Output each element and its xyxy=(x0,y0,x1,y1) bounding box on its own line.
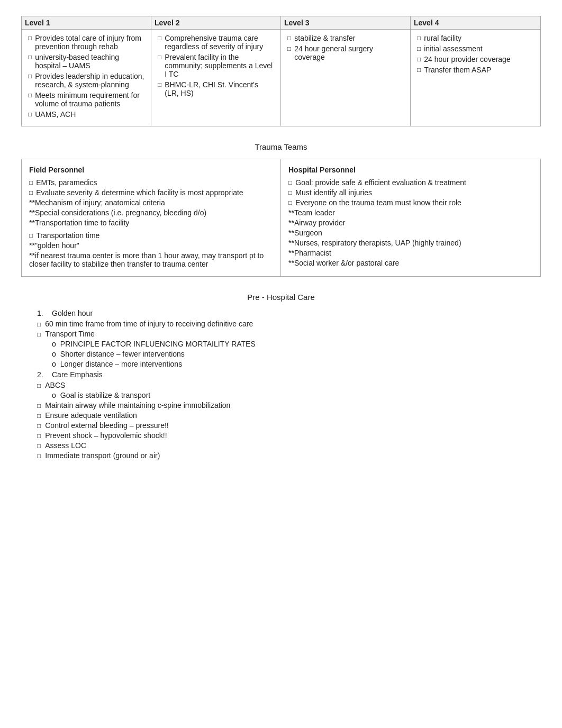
list-item: □ Comprehensive trauma care regardless o… xyxy=(158,34,274,51)
level3-col: Level 3 □ stabilize & transfer □ 24 hour… xyxy=(281,16,411,126)
prehospital-title: Pre - Hospital Care xyxy=(21,293,541,302)
golden-hour-label: Golden hour xyxy=(52,309,93,317)
level1-header: Level 1 xyxy=(22,16,151,30)
list-item: □ Ensure adequate ventilation xyxy=(21,411,541,420)
level2-header: Level 2 xyxy=(151,16,280,30)
sub-o-item2: Shorter distance – fewer interventions xyxy=(21,350,541,358)
level2-list: □ Comprehensive trauma care regardless o… xyxy=(158,34,274,97)
hospital-item3: Everyone on the trauma team must know th… xyxy=(295,198,461,207)
list-item: □ Must identify all injuries xyxy=(288,188,533,197)
field-note3: **Transportation time to facility xyxy=(29,219,273,227)
bullet-icon: □ xyxy=(28,34,32,42)
care-sub3: Ensure adequate ventilation xyxy=(45,411,137,420)
level1-item2: university-based teaching hospital – UAM… xyxy=(35,53,144,70)
list-item: □ UAMS, ACH xyxy=(28,110,144,119)
levels-table: Level 1 □ Provides total care of injury … xyxy=(21,16,541,126)
care-sub2: Maintain airway while maintaining c-spin… xyxy=(45,401,230,410)
care-sub1: ABCS xyxy=(45,381,65,389)
care-sub6: Assess LOC xyxy=(45,441,86,450)
bullet-icon: □ xyxy=(287,45,291,52)
field-note4: **"golden hour" xyxy=(29,241,273,250)
list-item: □ Assess LOC xyxy=(21,441,541,450)
care-emphasis-label: Care Emphasis xyxy=(52,370,103,379)
bullet-icon: □ xyxy=(29,232,33,239)
hospital-personnel-header: Hospital Personnel xyxy=(288,166,533,174)
bullet-icon: □ xyxy=(37,412,41,420)
list-item: □ Prevalent facility in the community; s… xyxy=(158,53,274,78)
list-item: □ Immediate transport (ground or air) xyxy=(21,451,541,460)
list-item: □ Evaluate severity & determine which fa… xyxy=(29,188,273,197)
level4-item3: 24 hour provider coverage xyxy=(424,55,510,63)
list-item: □ Transportation time xyxy=(29,231,273,240)
level1-list: □ Provides total care of injury from pre… xyxy=(28,34,144,119)
care-sub7: Immediate transport (ground or air) xyxy=(45,451,160,460)
level1-item5: UAMS, ACH xyxy=(35,110,76,119)
bullet-icon: □ xyxy=(417,45,421,52)
list-item: □ BHMC-LR, CHI St. Vincent's (LR, HS) xyxy=(158,80,274,97)
hospital-note5: **Pharmacist xyxy=(288,249,533,257)
bullet-icon: □ xyxy=(158,81,161,88)
list-item: □ EMTs, paramedics xyxy=(29,178,273,187)
field-note5: **if nearest trauma center is more than … xyxy=(29,251,273,268)
trauma-teams-box: Field Personnel □ EMTs, paramedics □ Eva… xyxy=(21,159,541,277)
bullet-icon: □ xyxy=(158,53,161,61)
golden-hour-sub1: 60 min time frame from time of injury to… xyxy=(45,320,253,328)
list-item: □ Control external bleeding – pressure!! xyxy=(21,421,541,430)
hospital-personnel-col: Hospital Personnel □ Goal: provide safe … xyxy=(281,159,540,276)
hospital-note6: **Social worker &/or pastoral care xyxy=(288,259,533,267)
bullet-icon: □ xyxy=(29,179,33,186)
bullet-icon: □ xyxy=(29,189,33,196)
field-personnel-col: Field Personnel □ EMTs, paramedics □ Eva… xyxy=(22,159,281,276)
prehospital-section: 1. Golden hour □ 60 min time frame from … xyxy=(21,309,541,460)
field-note2: **Special considerations (i.e. pregnancy… xyxy=(29,208,273,217)
hospital-note2: **Airway provider xyxy=(288,219,533,227)
level4-header: Level 4 xyxy=(411,16,540,30)
list-item: □ university-based teaching hospital – U… xyxy=(28,53,144,70)
level4-col: Level 4 □ rural facility □ initial asses… xyxy=(411,16,540,126)
level1-item4: Meets minimum requirement for volume of … xyxy=(35,91,144,108)
bullet-icon: □ xyxy=(28,92,32,99)
bullet-icon: □ xyxy=(37,452,41,460)
hospital-item2: Must identify all injuries xyxy=(295,188,372,197)
list-item: □ 60 min time frame from time of injury … xyxy=(21,320,541,328)
hospital-note3: **Surgeon xyxy=(288,229,533,237)
list-item: □ Transfer them ASAP xyxy=(417,66,534,74)
field-note1: **Mechanism of injury; anatomical criter… xyxy=(29,198,273,207)
list-item: □ ABCS xyxy=(21,381,541,389)
bullet-icon: □ xyxy=(288,189,292,196)
list-item: □ Prevent shock – hypovolemic shock!! xyxy=(21,431,541,440)
sub-o-item3: Longer distance – more interventions xyxy=(21,360,541,368)
level1-item3: Provides leadership in education, resear… xyxy=(35,72,144,89)
list-item: □ Meets minimum requirement for volume o… xyxy=(28,91,144,108)
level3-item2: 24 hour general surgery coverage xyxy=(294,44,404,61)
list-item: □ 24 hour provider coverage xyxy=(417,55,534,63)
bullet-icon: □ xyxy=(37,321,41,328)
care-sub4: Control external bleeding – pressure!! xyxy=(45,421,168,430)
list-item: □ initial assessment xyxy=(417,44,534,53)
level2-item1: Comprehensive trauma care regardless of … xyxy=(165,34,274,51)
list-item: □ Provides leadership in education, rese… xyxy=(28,72,144,89)
bullet-icon: □ xyxy=(37,402,41,410)
bullet-icon: □ xyxy=(158,34,161,42)
bullet-icon: □ xyxy=(37,442,41,450)
level3-list: □ stabilize & transfer □ 24 hour general… xyxy=(287,34,404,61)
list-item: □ Everyone on the trauma team must know … xyxy=(288,198,533,207)
bullet-icon: □ xyxy=(37,432,41,440)
bullet-icon: □ xyxy=(417,34,421,42)
level1-col: Level 1 □ Provides total care of injury … xyxy=(22,16,151,126)
level2-col: Level 2 □ Comprehensive trauma care rega… xyxy=(151,16,281,126)
field-personnel-header: Field Personnel xyxy=(29,166,273,174)
list-item: □ Goal: provide safe & efficient evaluat… xyxy=(288,178,533,187)
level4-list: □ rural facility □ initial assessment □ … xyxy=(417,34,534,74)
sub-o-item1: PRINCIPLE FACTOR INFLUENCING MORTAILITY … xyxy=(21,340,541,348)
level3-item1: stabilize & transfer xyxy=(294,34,355,42)
level4-item2: initial assessment xyxy=(424,44,483,53)
bullet-icon: □ xyxy=(287,34,291,42)
hospital-note1: **Team leader xyxy=(288,208,533,217)
field-item3: Transportation time xyxy=(36,231,99,240)
numbered-item-1: 1. Golden hour xyxy=(21,309,541,317)
bullet-icon: □ xyxy=(288,179,292,186)
hospital-item1: Goal: provide safe & efficient evaluatio… xyxy=(295,178,466,187)
level1-item1: Provides total care of injury from preve… xyxy=(35,34,144,51)
trauma-teams-title: Trauma Teams xyxy=(21,142,541,151)
